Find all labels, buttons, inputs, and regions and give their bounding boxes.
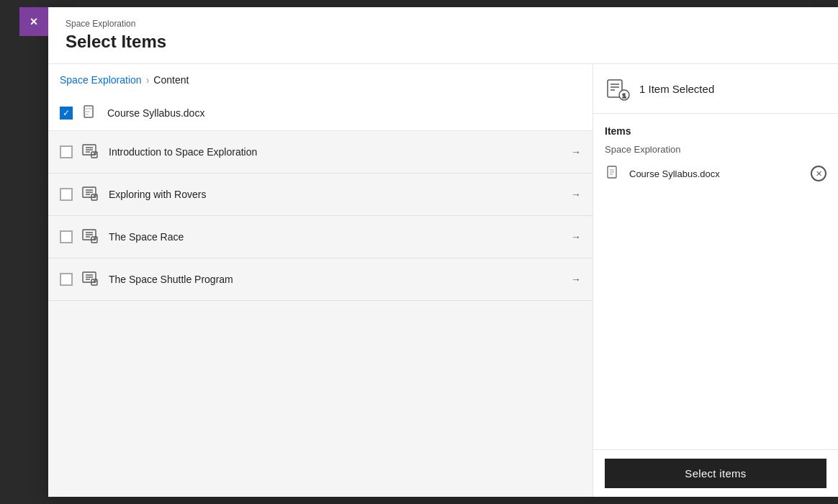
modal-subtitle: Space Exploration (66, 19, 821, 29)
items-heading: Items (605, 125, 826, 137)
selected-count-icon: 1 (605, 76, 631, 102)
item-checkbox-0[interactable] (60, 145, 73, 158)
content-item-2[interactable]: The Space Race → (48, 216, 593, 258)
arrow-icon-2: → (571, 231, 581, 243)
selected-header: 1 1 Item Selected (593, 64, 838, 114)
arrow-icon-3: → (571, 274, 581, 285)
content-item-0[interactable]: Introduction to Space Exploration → (48, 131, 593, 174)
left-panel: Space Exploration › Content ✓ Course Syl… (48, 64, 593, 497)
breadcrumb: Space Exploration › Content (48, 64, 593, 96)
right-panel: 1 1 Item Selected Items Space Exploratio… (593, 64, 838, 497)
content-item-label-2: The Space Race (109, 231, 564, 243)
modal-dialog: × Space Exploration Select Items Space E… (48, 7, 838, 497)
selected-file-row: ✓ Course Syllabus.docx (48, 96, 593, 131)
breadcrumb-current: Content (153, 74, 189, 86)
svg-text:1: 1 (622, 92, 626, 99)
items-group-label: Space Exploration (605, 144, 826, 155)
item-checkbox-1[interactable] (60, 188, 73, 201)
modal-header: Space Exploration Select Items (48, 7, 838, 64)
item-checkbox-2[interactable] (60, 230, 73, 243)
docx-file-icon (80, 103, 100, 123)
module-icon-0 (80, 141, 102, 163)
content-list: Introduction to Space Exploration → (48, 131, 593, 497)
modal-body: Space Exploration › Content ✓ Course Syl… (48, 64, 838, 497)
selected-item-name: Course Syllabus.docx (629, 168, 803, 179)
items-section: Items Space Exploration Course Syllabus.… (593, 114, 838, 449)
content-item-label-1: Exploring with Rovers (109, 189, 564, 200)
arrow-icon-1: → (571, 189, 581, 200)
modal-footer: Select items (593, 449, 838, 497)
selected-file-name: Course Syllabus.docx (107, 107, 204, 119)
breadcrumb-separator: › (146, 74, 150, 86)
content-item-label-3: The Space Shuttle Program (109, 274, 564, 285)
arrow-icon-0: → (571, 146, 581, 158)
module-icon-2 (80, 226, 102, 248)
remove-item-button[interactable]: ✕ (811, 166, 826, 181)
item-checkbox-3[interactable] (60, 273, 73, 286)
modal-title: Select Items (66, 32, 821, 52)
checked-checkbox[interactable]: ✓ (60, 107, 73, 120)
selected-item-file-icon (605, 165, 622, 182)
select-items-button[interactable]: Select items (605, 459, 826, 488)
selected-item-row: Course Syllabus.docx ✕ (605, 161, 826, 186)
content-item-label-0: Introduction to Space Exploration (109, 146, 564, 158)
module-icon-1 (80, 184, 102, 205)
breadcrumb-link[interactable]: Space Exploration (60, 74, 142, 86)
selected-count-label: 1 Item Selected (639, 83, 714, 95)
content-item-3[interactable]: The Space Shuttle Program → (48, 258, 593, 301)
module-icon-3 (80, 269, 102, 290)
content-item-1[interactable]: Exploring with Rovers → (48, 174, 593, 216)
close-button[interactable]: × (19, 7, 48, 36)
